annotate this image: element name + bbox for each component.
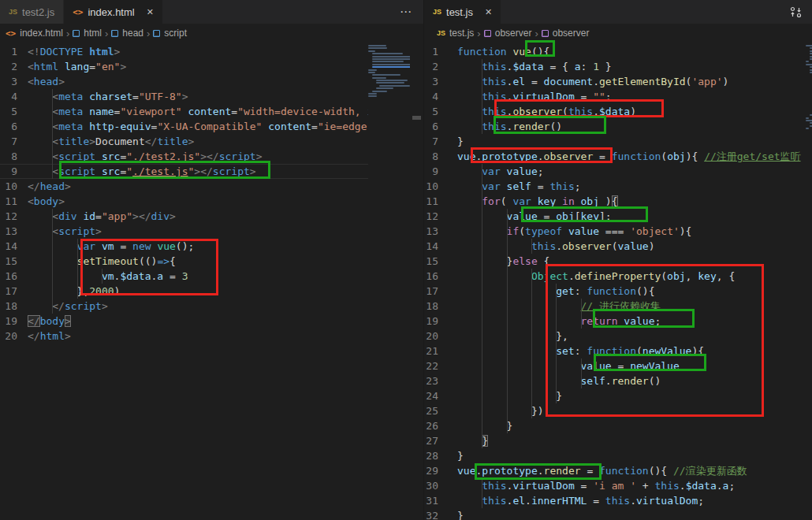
- vscode-window: JS test2.js <> index.html ✕ ⋯ <> index.h…: [0, 0, 812, 520]
- code-line[interactable]: 20</html>: [0, 329, 423, 344]
- code-line[interactable]: 14this.observer(value): [424, 239, 812, 254]
- code-line[interactable]: 2this.$data = { a: 1 }: [424, 59, 812, 74]
- breadcrumb-item-file[interactable]: test.js: [449, 28, 474, 39]
- code-line[interactable]: 8vue.prototype.observer = function(obj){…: [424, 149, 812, 164]
- tab-test2-js[interactable]: JS test2.js: [0, 0, 64, 24]
- line-number: 16: [424, 269, 457, 284]
- code-editor-left[interactable]: 1<!DOCTYPE html>2<html lang="en">3<head>…: [0, 43, 423, 520]
- code-line[interactable]: 10var self = this;: [424, 179, 812, 194]
- code-line[interactable]: 6this.render(): [424, 119, 812, 134]
- code-line[interactable]: 4<meta charset="UTF-8">: [0, 89, 423, 104]
- js-file-icon: JS: [437, 30, 445, 37]
- breadcrumb-item-file[interactable]: index.html: [20, 28, 63, 39]
- breadcrumb-item-script[interactable]: script: [164, 28, 187, 39]
- code-line[interactable]: 8<script src="./test2.js"></script>: [0, 149, 423, 164]
- line-number: 3: [424, 74, 457, 89]
- line-number: 30: [424, 478, 457, 493]
- code-line[interactable]: 15}else {: [424, 254, 812, 269]
- code-line[interactable]: 19</body>: [0, 314, 423, 329]
- code-line[interactable]: 26}: [424, 418, 812, 433]
- code-line[interactable]: 11for( var key in obj ){: [424, 194, 812, 209]
- code-line[interactable]: 1<!DOCTYPE html>: [0, 44, 423, 59]
- line-number: 28: [424, 448, 457, 463]
- code-line[interactable]: 32}: [424, 508, 812, 520]
- code-line[interactable]: 23self.render(): [424, 373, 812, 388]
- line-number: 29: [424, 463, 457, 478]
- more-actions-icon[interactable]: ⋯: [389, 0, 423, 24]
- chevron-right-icon: ›: [147, 28, 150, 39]
- line-number: 17: [424, 284, 457, 299]
- line-number: 15: [424, 254, 457, 269]
- html-file-icon: <>: [73, 8, 83, 17]
- tab-test-js[interactable]: JS test.js ✕: [424, 0, 501, 24]
- code-line[interactable]: 12<div id="app"></div>: [0, 209, 423, 224]
- code-line[interactable]: 28}: [424, 448, 812, 463]
- code-line[interactable]: 19return value;: [424, 314, 812, 329]
- code-line[interactable]: 13<script>: [0, 224, 423, 239]
- breadcrumb-item-html[interactable]: html: [84, 28, 102, 39]
- code-line[interactable]: 21set: function(newValue){: [424, 344, 812, 358]
- line-number: 11: [0, 194, 28, 209]
- line-number: 8: [424, 149, 457, 164]
- code-line[interactable]: 29vue.prototype.render = function(){ //渲…: [424, 463, 812, 478]
- line-number: 12: [0, 209, 28, 224]
- code-line[interactable]: 24}: [424, 388, 812, 403]
- line-number: 20: [0, 329, 28, 344]
- code-line[interactable]: 5this.observer(this.$data): [424, 104, 812, 119]
- symbol-icon: [73, 30, 80, 37]
- close-tab-icon[interactable]: ✕: [147, 7, 154, 17]
- code-line[interactable]: 9<script src="./test.js"></script>: [0, 164, 423, 179]
- code-line[interactable]: 7<title>Document</title>: [0, 134, 423, 149]
- line-number: 2: [424, 59, 457, 74]
- split-editor-icon[interactable]: [780, 0, 812, 24]
- code-line[interactable]: 3<head>: [0, 74, 423, 89]
- line-number: 20: [424, 329, 457, 344]
- code-line[interactable]: 25}): [424, 403, 812, 418]
- line-number: 32: [424, 508, 457, 520]
- code-line[interactable]: 20},: [424, 329, 812, 344]
- line-number: 21: [424, 344, 457, 358]
- breadcrumb-item-observer2[interactable]: observer: [553, 28, 590, 39]
- line-number: 13: [0, 224, 28, 239]
- breadcrumb-left: <> index.html › html › head › script: [0, 24, 423, 43]
- line-number: 16: [0, 269, 28, 284]
- breadcrumb-right: JS test.js › observer › observer: [424, 24, 812, 43]
- code-line[interactable]: 27}: [424, 433, 812, 448]
- code-line[interactable]: 17},2000): [0, 284, 423, 299]
- code-line[interactable]: 11<body>: [0, 194, 423, 209]
- tab-index-html[interactable]: <> index.html ✕: [64, 0, 163, 24]
- code-line[interactable]: 4this.virtualDom = "";: [424, 89, 812, 104]
- code-editor-right[interactable]: 1function vue(){2this.$data = { a: 1 }3t…: [424, 43, 812, 520]
- breadcrumb-item-observer[interactable]: observer: [495, 28, 532, 39]
- code-line[interactable]: 12value = obj[key];: [424, 209, 812, 224]
- code-line[interactable]: 14var vm = new vue();: [0, 239, 423, 254]
- line-number: 18: [424, 299, 457, 314]
- code-line[interactable]: 9var value;: [424, 164, 812, 179]
- code-line[interactable]: 2<html lang="en">: [0, 59, 423, 74]
- minimap[interactable]: [368, 43, 410, 520]
- line-number: 7: [424, 134, 457, 149]
- scrollbar[interactable]: [410, 43, 423, 520]
- code-line[interactable]: 13if(typeof value === 'object'){: [424, 224, 812, 239]
- chevron-right-icon: ›: [477, 28, 480, 39]
- code-line[interactable]: 1function vue(){: [424, 44, 812, 59]
- code-line[interactable]: 16Object.defineProperty(obj, key, {: [424, 269, 812, 284]
- code-line[interactable]: 16vm.$data.a = 3: [0, 269, 423, 284]
- code-line[interactable]: 31this.el.innerHTML = this.virtualDom;: [424, 493, 812, 508]
- code-line[interactable]: 5<meta name="viewport" content="width=de…: [0, 104, 423, 119]
- line-number: 13: [424, 224, 457, 239]
- code-line[interactable]: 18// 进行依赖收集: [424, 299, 812, 314]
- code-line[interactable]: 7}: [424, 134, 812, 149]
- code-line[interactable]: 15setTimeout(()=>{: [0, 254, 423, 269]
- code-line[interactable]: 18</script>: [0, 299, 423, 314]
- close-tab-icon[interactable]: ✕: [485, 7, 492, 17]
- code-line[interactable]: 6<meta http-equiv="X-UA-Compatible" cont…: [0, 119, 423, 134]
- code-line[interactable]: 30this.virtualDom = 'i am ' + this.$data…: [424, 478, 812, 493]
- breadcrumb-item-head[interactable]: head: [122, 28, 143, 39]
- editor-pane-right: JS test.js ✕ JS test.js › observer › obs…: [423, 0, 812, 520]
- code-line[interactable]: 22value = newValue: [424, 358, 812, 373]
- code-line[interactable]: 10</head>: [0, 179, 423, 194]
- code-line[interactable]: 3this.el = document.getElementById('app'…: [424, 74, 812, 89]
- minimap[interactable]: [806, 43, 812, 520]
- code-line[interactable]: 17get: function(){: [424, 284, 812, 299]
